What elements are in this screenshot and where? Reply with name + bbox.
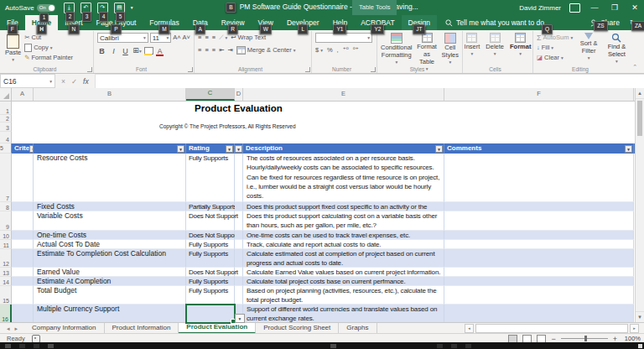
taskbar-icon[interactable] xyxy=(34,344,39,348)
shrink-font-button[interactable]: A˅ xyxy=(183,33,190,43)
row-number[interactable]: 3 xyxy=(0,122,12,132)
cancel-formula-icon[interactable]: × xyxy=(61,77,65,86)
zoom-in-icon[interactable]: + xyxy=(613,336,617,342)
show-desktop-button[interactable] xyxy=(638,344,642,348)
filter-button-rating[interactable]: ▾ xyxy=(226,145,233,153)
paste-button[interactable]: Paste▾ xyxy=(5,33,21,64)
table-row[interactable]: 10 One-time Costs Does Not Support One-t… xyxy=(0,231,644,240)
history-button[interactable]: ↻ ZA xyxy=(630,18,636,27)
row-number[interactable]: 15 xyxy=(0,286,12,305)
taskbar-icon[interactable] xyxy=(330,344,336,348)
comments-cell[interactable] xyxy=(444,154,634,202)
row-number[interactable]: 7 xyxy=(0,154,12,202)
tab-file[interactable]: FileF xyxy=(0,15,25,30)
table-row[interactable]: 9 Variable Costs Does Not Support Does t… xyxy=(0,211,644,231)
table-row[interactable]: 13 Earned Value Does Not Support Calcula… xyxy=(0,268,644,277)
criteria-cell[interactable]: Variable Costs xyxy=(34,211,186,231)
number-dialog-launcher[interactable] xyxy=(371,67,376,72)
increase-indent-button[interactable]: ⇥ xyxy=(227,45,232,55)
tab-review[interactable]: ReviewR xyxy=(215,15,252,30)
align-left-icon[interactable]: ≡ xyxy=(198,45,201,55)
clear-button[interactable]: ◪Clear▾ xyxy=(537,53,573,63)
taskbar-tray-icon[interactable] xyxy=(451,344,457,348)
record-macro-icon[interactable] xyxy=(32,335,40,343)
hscroll-right-icon[interactable]: ▸ xyxy=(630,324,639,333)
row-number[interactable]: 13 xyxy=(0,268,12,277)
comments-cell[interactable] xyxy=(444,305,634,323)
sheet-nav-left-icon[interactable]: ◂ xyxy=(7,326,10,332)
zoom-slider-thumb[interactable] xyxy=(584,336,587,341)
merge-center-button[interactable]: Merge & Center▾ xyxy=(236,45,296,55)
tab-view[interactable]: ViewW xyxy=(252,15,280,30)
table-row[interactable]: 7 Resource Costs Fully Supports The cost… xyxy=(0,154,644,202)
alignment-dialog-launcher[interactable] xyxy=(305,67,310,72)
increase-decimal-button[interactable]: ⁺⁰ xyxy=(343,45,349,55)
filter-button-cold[interactable]: ▾ xyxy=(235,145,242,153)
comments-cell[interactable] xyxy=(444,286,634,305)
redo-button[interactable]: ↷ 4 xyxy=(97,3,108,13)
zoom-level[interactable]: 100% xyxy=(622,335,641,342)
align-bottom-icon[interactable]: ≡ xyxy=(212,33,216,43)
horizontal-scroll-thumb[interactable] xyxy=(475,324,628,333)
align-middle-icon[interactable]: ≡ xyxy=(205,33,208,43)
row-number[interactable]: 4 xyxy=(0,132,12,143)
criteria-cell[interactable]: Estimate At Completion xyxy=(34,277,186,286)
normal-view-icon[interactable] xyxy=(508,335,517,343)
table-row[interactable]: 15 Total Budget Fully Supports Based on … xyxy=(0,286,644,305)
font-color-button[interactable]: A xyxy=(156,47,164,56)
name-box[interactable]: C16▾ xyxy=(0,74,55,88)
table-row[interactable]: 12 Estimate To Completion Cost Calculati… xyxy=(0,249,644,268)
formula-input[interactable] xyxy=(96,74,644,88)
insert-function-icon[interactable]: fx xyxy=(83,77,89,86)
comments-cell[interactable] xyxy=(444,268,634,277)
rating-cell[interactable]: Fully Supports xyxy=(186,249,235,268)
description-cell[interactable]: Calculate estimated cost at completion o… xyxy=(243,249,444,268)
align-center-icon[interactable]: ≡ xyxy=(205,45,208,55)
criteria-cell[interactable]: Earned Value xyxy=(34,268,186,277)
zoom-out-icon[interactable]: − xyxy=(551,336,555,342)
comments-cell[interactable] xyxy=(444,202,634,211)
filter-button-description[interactable]: ▾ xyxy=(435,145,443,153)
col-header-c[interactable]: C xyxy=(186,88,235,101)
accounting-format-button[interactable]: $▾ xyxy=(315,45,323,55)
format-cells-button[interactable]: Format▾ xyxy=(510,33,531,58)
qat-customize-caret-icon[interactable]: ▾ xyxy=(131,5,133,10)
description-cell[interactable]: Based on project planning (activities, r… xyxy=(243,286,444,305)
tab-design[interactable]: DesignJT xyxy=(402,15,437,30)
col-header-f[interactable]: F xyxy=(444,88,634,101)
criteria-cell[interactable]: Resource Costs xyxy=(34,154,186,202)
undo-button[interactable]: ↶ 3 xyxy=(80,3,91,13)
taskbar-tray-icon[interactable] xyxy=(437,344,443,348)
taskbar-icon[interactable] xyxy=(48,344,54,348)
rating-cell[interactable]: Does Not Support xyxy=(186,268,235,277)
tell-me-search[interactable]: Tell me what you want to do Q xyxy=(439,15,551,30)
row-number[interactable]: 2 xyxy=(0,115,12,122)
comments-cell[interactable] xyxy=(444,249,634,268)
table-row[interactable]: 16 Multiple Currency Support Support of … xyxy=(0,305,644,323)
col-header-e[interactable]: E xyxy=(243,88,444,101)
tab-acrobat[interactable]: ACROBATY2 xyxy=(354,15,401,30)
rating-cell[interactable]: Fully Supports xyxy=(186,277,235,286)
close-button[interactable]: ✕ xyxy=(629,3,641,12)
row-number[interactable]: 14 xyxy=(0,277,12,286)
select-all-corner[interactable] xyxy=(0,88,12,101)
taskbar-icon[interactable] xyxy=(5,344,11,348)
vertical-scrollbar[interactable]: ▲ ▼ xyxy=(635,88,644,322)
criteria-cell[interactable]: Estimate To Completion Cost Calculation xyxy=(34,249,186,268)
description-cell[interactable]: Calculate total project costs base on cu… xyxy=(243,277,444,286)
decrease-decimal-button[interactable]: ⁰⁺ xyxy=(353,45,359,55)
taskbar-tray-icon[interactable] xyxy=(465,344,471,348)
table-row[interactable]: 8 Fixed Costs Partially Supports Does th… xyxy=(0,202,644,211)
zoom-slider[interactable] xyxy=(561,338,608,339)
filter-button-colb[interactable]: ▾ xyxy=(177,145,184,153)
data-validation-dropdown[interactable]: ▾ xyxy=(235,314,245,323)
autosave-toggle[interactable]: On 1 xyxy=(37,4,55,12)
font-name-combo[interactable]: Calibri▾ xyxy=(97,33,148,43)
scroll-up-icon[interactable]: ▲ xyxy=(636,88,644,99)
selected-cell-c16[interactable] xyxy=(186,305,235,323)
percent-style-button[interactable]: % xyxy=(327,45,333,55)
row-number[interactable]: 9 xyxy=(0,211,12,231)
bold-button[interactable]: B xyxy=(97,46,106,57)
fill-color-button[interactable] xyxy=(144,47,153,55)
find-select-button[interactable]: Find & Select▾ xyxy=(605,33,629,65)
